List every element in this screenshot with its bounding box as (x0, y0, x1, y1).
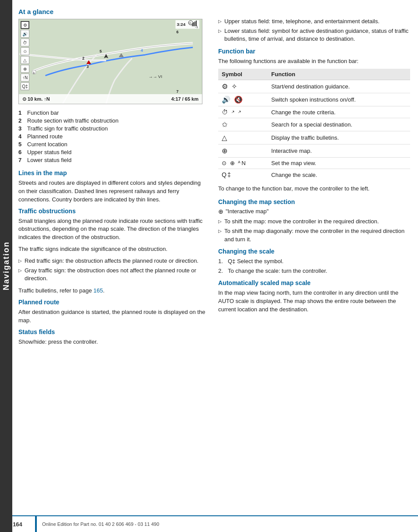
map-distance-label: ⊙ 10 km. ↑N (22, 96, 50, 102)
map-icon-star[interactable]: ✩ (21, 47, 29, 55)
footer-text: Online Edition for Part no. 01 40 2 606 … (37, 521, 159, 527)
traffic-bullet-1: Red traffic sign: the obstruction affect… (18, 257, 206, 265)
function-cell: Change the scale. (268, 169, 410, 181)
symbol-cell: ⏱ ↗ ↗ (218, 106, 268, 118)
map-image: 1 2 3 4 5 VI →→ 3:24 (18, 19, 202, 104)
table-row: ⚙ ✧ Start/end destination guidance. (218, 80, 410, 93)
map-icon-triangle[interactable]: △ (21, 56, 29, 64)
function-cell: Switch spoken instructions on/off. (268, 93, 410, 106)
interactive-map-bullet: ⊕ "Interactive map" (218, 208, 410, 215)
table-row: ✩ Search for a special destination. (218, 118, 410, 131)
right-column: Upper status field: time, telephone, and… (214, 8, 418, 350)
interactive-map-text: "Interactive map" (226, 208, 269, 215)
list-item: 5Current location (18, 141, 206, 148)
section-title-changing-scale: Changing the scale (218, 248, 410, 255)
auto-scale-paragraph: In the map view facing north, turn the c… (218, 289, 410, 314)
table-header-symbol: Symbol (218, 69, 268, 80)
left-column: At a glance (12, 8, 214, 350)
function-cell: Display the traffic bulletins. (268, 131, 410, 144)
table-header-function: Function (268, 69, 410, 80)
traffic-footer: Traffic bulletins, refer to page 165. (18, 287, 206, 295)
list-item: 4Planned route (18, 133, 206, 140)
section-title-traffic: Traffic obstructions (18, 208, 206, 215)
changing-map-bullets: To shift the map: move the controller in… (218, 218, 410, 243)
list-item: 7Lower status field (18, 157, 206, 163)
symbol-cell: Q‡ (218, 169, 268, 181)
section-title-at-a-glance: At a glance (18, 8, 206, 15)
nav-tab: Navigation (0, 0, 12, 532)
scale-steps: 1. Q‡ Select the symbol. 2. To change th… (218, 257, 410, 275)
section-title-auto-scale: Automatically scaled map scale (218, 279, 410, 286)
function-cell: Set the map view. (268, 158, 410, 169)
svg-text:7: 7 (176, 89, 178, 94)
table-row: △ Display the traffic bulletins. (218, 131, 410, 144)
table-row: ⊙ ⊕ ᴬN Set the map view. (218, 158, 410, 169)
nav-tab-label: Navigation (2, 241, 11, 290)
symbol-cell: △ (218, 131, 268, 144)
table-row: ⏱ ↗ ↗ Change the route criteria. (218, 106, 410, 118)
map-icon-scale[interactable]: Q‡ (21, 82, 29, 90)
lines-paragraph: Streets and routes are displayed in diff… (18, 179, 206, 204)
list-item: 1Function bar (18, 109, 206, 116)
changing-map-bullet-2: To shift the map diagonally: move the co… (218, 227, 410, 243)
changing-map-bullet-1: To shift the map: move the controller in… (218, 218, 410, 225)
upper-bullet-2: Lower status field: symbol for active de… (218, 27, 410, 43)
section-title-function-bar: Function bar (218, 48, 410, 55)
map-icon-north[interactable]: ↑N (21, 74, 29, 81)
map-icon-crosshair[interactable]: ⊕ (21, 65, 29, 73)
upper-bullet-1: Upper status field: time, telephone, and… (218, 18, 410, 25)
svg-text:4: 4 (141, 48, 143, 53)
symbol-cell: ✩ (218, 118, 268, 131)
svg-text:→→: →→ (149, 74, 157, 79)
symbol-cell: ⊙ ⊕ ᴬN (218, 158, 268, 169)
svg-text:1: 1 (33, 71, 35, 74)
page-ref-165[interactable]: 165 (93, 287, 103, 294)
list-item: 2Route section with traffic obstruction (18, 117, 206, 124)
function-table: Symbol Function ⚙ ✧ Start/end destinatio… (218, 69, 410, 180)
symbol-cell: ⚙ ✧ (218, 80, 268, 93)
footer: 164 Online Edition for Part no. 01 40 2 … (0, 515, 418, 532)
traffic-para-1: Small triangles along the planned route … (18, 217, 206, 242)
symbol-cell: 🔊 🔇 (218, 93, 268, 106)
function-cell: Search for a special destination. (268, 118, 410, 131)
map-bottom-bar: ⊙ 10 km. ↑N 4:17 / 65 km (19, 94, 202, 104)
list-item: 3Traffic sign for traffic obstruction (18, 125, 206, 132)
map-icon-nav[interactable]: ⚙ (21, 21, 29, 29)
function-bar-intro: The following functions are available in… (218, 57, 410, 66)
table-row: Q‡ Change the scale. (218, 169, 410, 181)
upper-status-bullets: Upper status field: time, telephone, and… (218, 18, 410, 43)
svg-text:6: 6 (176, 30, 178, 34)
traffic-bullets: Red traffic sign: the obstruction affect… (18, 257, 206, 283)
function-cell: Interactive map. (268, 144, 410, 158)
table-row: 🔊 🔇 Switch spoken instructions on/off. (218, 93, 410, 106)
svg-text:3:24: 3:24 (177, 22, 185, 27)
map-icon-audio[interactable]: 🔊 (21, 30, 29, 38)
svg-text:5: 5 (99, 49, 102, 53)
numbered-items-list: 1Function bar 2Route section with traffi… (18, 109, 206, 163)
traffic-para-2: The traffic signs indicate the significa… (18, 245, 206, 254)
map-icon-timer[interactable]: ⏱ (21, 39, 29, 46)
scale-step-1: 1. Q‡ Select the symbol. (218, 257, 410, 265)
status-fields-para: Show/hide: press the controller. (18, 338, 206, 346)
planned-route-para: After destination guidance is started, t… (18, 308, 206, 325)
function-bar-footer: To change to the function bar, move the … (218, 185, 410, 193)
map-arrival-info: 4:17 / 65 km (171, 96, 198, 102)
symbol-cell: ⊕ (218, 144, 268, 158)
svg-text:⊙: ⊙ (189, 21, 191, 25)
traffic-bullet-2: Gray traffic sign: the obstruction does … (18, 267, 206, 282)
svg-text:VI: VI (158, 74, 162, 79)
section-title-lines-in-map: Lines in the map (18, 169, 206, 176)
svg-rect-15 (193, 22, 194, 26)
list-item: 6Upper status field (18, 149, 206, 155)
scale-step-2-text: To change the scale: turn the controller… (228, 267, 327, 275)
map-icon-panel: ⚙ 🔊 ⏱ ✩ △ ⊕ ↑N Q‡ (21, 21, 29, 90)
function-cell: Start/end destination guidance. (268, 80, 410, 93)
svg-text:2: 2 (82, 56, 85, 60)
table-row: ⊕ Interactive map. (218, 144, 410, 158)
interactive-map-icon: ⊕ (218, 208, 223, 215)
section-title-changing-map: Changing the map section (218, 198, 410, 205)
function-cell: Change the route criteria. (268, 106, 410, 118)
section-title-planned-route: Planned route (18, 299, 206, 306)
section-title-status-fields: Status fields (18, 328, 206, 335)
scale-step-2: 2. To change the scale: turn the control… (218, 267, 410, 275)
